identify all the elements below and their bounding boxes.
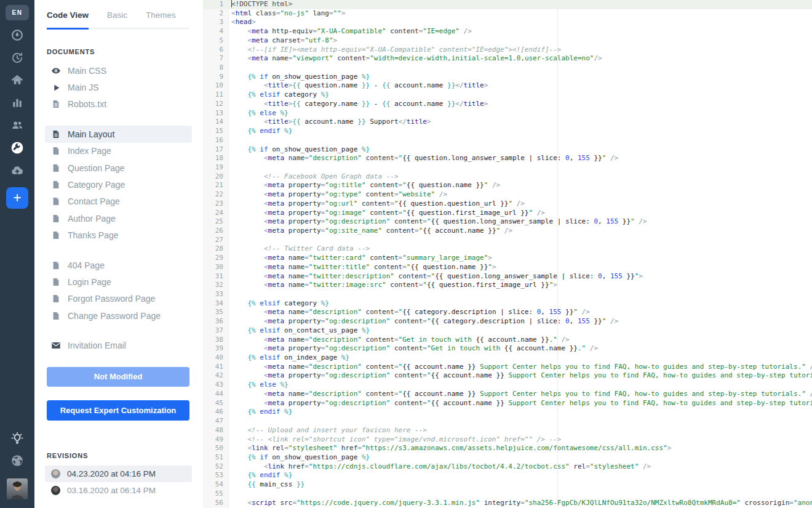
- file-icon: [51, 214, 61, 224]
- code-line-13[interactable]: 13 {% else %}: [203, 109, 812, 118]
- code-line-7[interactable]: 7 <meta name="viewport" content="width=d…: [203, 54, 812, 63]
- code-line-6[interactable]: 6 <!--[if IE]><meta http-equiv="X-UA-Com…: [203, 46, 812, 55]
- code-line-27[interactable]: 27: [203, 236, 812, 245]
- document-main-css[interactable]: Main CSS: [45, 62, 192, 79]
- code-line-10[interactable]: 10 <title>{{ question.name }} - {{ accou…: [203, 81, 812, 91]
- code-line-54[interactable]: 54 {{ main_css }}: [203, 480, 812, 490]
- code-line-51[interactable]: 51 {% if on_show_question_page %}: [203, 453, 812, 462]
- user-avatar[interactable]: [7, 478, 28, 499]
- document-change-password-page[interactable]: Change Password Page: [45, 307, 192, 324]
- code-line-30[interactable]: 30 <meta name="twitter:title" content="{…: [203, 263, 812, 272]
- request-expert-customization-button[interactable]: Request Expert Customization: [47, 400, 189, 421]
- code-line-37[interactable]: 37 {% elsif on_contact_us_page %}: [203, 326, 812, 336]
- add-button[interactable]: +: [6, 187, 28, 209]
- code-line-36[interactable]: 36 <meta property="og:description" conte…: [203, 317, 812, 326]
- code-line-21[interactable]: 21 <meta property="og:title" content="{{…: [203, 181, 812, 190]
- code-line-34[interactable]: 34 {% elsif category %}: [203, 299, 812, 308]
- file-icon: [51, 180, 61, 190]
- document-main-js[interactable]: Main JS: [45, 79, 192, 95]
- code-line-52[interactable]: 52 <link href="https://cdnjs.cloudflare.…: [203, 462, 812, 472]
- history-icon[interactable]: [10, 50, 25, 65]
- code-line-25[interactable]: 25 <meta property="og:description" conte…: [203, 217, 812, 227]
- code-line-14[interactable]: 14 <title>{{ account.name }} Support</ti…: [203, 118, 812, 127]
- code-line-18[interactable]: 18 <meta name="description" content="{{ …: [203, 154, 812, 163]
- document-index-page[interactable]: Index Page: [45, 143, 192, 159]
- code-line-42[interactable]: 42 <meta property="og:description" conte…: [203, 371, 812, 381]
- locale-badge[interactable]: EN: [6, 5, 29, 20]
- code-line-29[interactable]: 29 <meta name="twitter:card" content="su…: [203, 254, 812, 263]
- document-404-page[interactable]: 404 Page: [45, 257, 192, 273]
- cloud-upload-icon[interactable]: [10, 163, 25, 178]
- code-line-17[interactable]: 17 {% if on_show_question_page %}: [203, 145, 812, 155]
- code-line-33[interactable]: 33: [203, 290, 812, 299]
- code-line-44[interactable]: 44 <meta name="description" content="{{ …: [203, 390, 812, 399]
- line-content: <meta property="og:title" content="{{ qu…: [229, 181, 500, 190]
- revision-item[interactable]: 03.16.2020 at 06:14 PM: [45, 482, 192, 499]
- customize-icon[interactable]: [10, 140, 25, 155]
- document-forgot-password-page[interactable]: Forgot Password Page: [45, 291, 192, 307]
- document-question-page[interactable]: Question Page: [45, 159, 192, 176]
- code-line-50[interactable]: 50 <link rel="stylesheet" href="https://…: [203, 444, 812, 453]
- code-line-9[interactable]: 9 {% if on_show_question_page %}: [203, 73, 812, 82]
- code-line-49[interactable]: 49 <!-- <link rel="shortcut icon" type="…: [203, 435, 812, 445]
- code-line-39[interactable]: 39 <meta property="og:description" conte…: [203, 344, 812, 353]
- document-robots-txt[interactable]: Robots.txt: [45, 96, 192, 113]
- document-contact-page[interactable]: Contact Page: [45, 193, 192, 210]
- code-line-40[interactable]: 40 {% elsif on_index_page %}: [203, 353, 812, 363]
- lightbulb-icon[interactable]: [10, 431, 25, 446]
- code-line-47[interactable]: 47: [203, 417, 812, 426]
- globe-icon[interactable]: [10, 453, 25, 468]
- document-thanks-page[interactable]: Thanks Page: [45, 227, 192, 244]
- code-line-22[interactable]: 22 <meta property="og:type" content="web…: [203, 190, 812, 200]
- line-content: <meta property="og:url" content="{{ ques…: [229, 200, 525, 209]
- code-line-43[interactable]: 43 {% else %}: [203, 381, 812, 390]
- code-line-41[interactable]: 41 <meta name="description" content="{{ …: [203, 363, 812, 372]
- code-line-32[interactable]: 32 <meta name="twitter:image:src" conten…: [203, 281, 812, 290]
- code-line-53[interactable]: 53 {% endif %}: [203, 471, 812, 480]
- code-line-2[interactable]: 2<html class="no-js" lang="">: [203, 9, 812, 18]
- droplet-disc-icon[interactable]: [10, 28, 25, 42]
- revision-date: 03.16.2020 at 06:14 PM: [67, 486, 156, 495]
- code-line-1[interactable]: 1<!DOCTYPE html>: [203, 0, 812, 9]
- line-number: 13: [203, 109, 229, 118]
- code-line-26[interactable]: 26 <meta property="og:site_name" content…: [203, 227, 812, 236]
- code-line-19[interactable]: 19: [203, 163, 812, 172]
- code-line-20[interactable]: 20 <!-- Facebook Open Graph data -->: [203, 172, 812, 182]
- tab-basic[interactable]: Basic: [107, 10, 127, 28]
- line-number: 28: [203, 244, 229, 254]
- code-line-16[interactable]: 16: [203, 136, 812, 145]
- code-line-23[interactable]: 23 <meta property="og:url" content="{{ q…: [203, 200, 812, 209]
- code-line-8[interactable]: 8: [203, 63, 812, 73]
- document-author-page[interactable]: Author Page: [45, 210, 192, 227]
- document-main-layout[interactable]: Main Layout: [45, 126, 192, 142]
- document-login-page[interactable]: Login Page: [45, 273, 192, 290]
- code-line-38[interactable]: 38 <meta name="description" content="Get…: [203, 336, 812, 345]
- analytics-icon[interactable]: [10, 95, 25, 110]
- code-line-35[interactable]: 35 <meta name="description" content="{{ …: [203, 308, 812, 317]
- tab-code-view[interactable]: Code View: [47, 10, 89, 30]
- revision-item[interactable]: 04.23.2020 at 04:16 PM: [45, 466, 192, 482]
- code-line-55[interactable]: 55: [203, 490, 812, 499]
- code-line-31[interactable]: 31 <meta name="twitter:description" cont…: [203, 272, 812, 281]
- code-line-28[interactable]: 28 <!-- Twitter Card data -->: [203, 244, 812, 254]
- line-content: <meta property="og:description" content=…: [229, 344, 598, 353]
- tab-themes[interactable]: Themes: [146, 10, 176, 28]
- not-modified-button[interactable]: Not Modified: [47, 367, 189, 387]
- code-line-56[interactable]: 56 <script src="https://code.jquery.com/…: [203, 499, 812, 508]
- code-line-48[interactable]: 48 <!-- Upload and insert your favicon h…: [203, 426, 812, 435]
- code-line-4[interactable]: 4 <meta http-equiv="X-UA-Compatible" con…: [203, 27, 812, 36]
- code-line-11[interactable]: 11 {% elsif category %}: [203, 91, 812, 100]
- document-category-page[interactable]: Category Page: [45, 176, 192, 193]
- code-line-24[interactable]: 24 <meta property="og:image" content="{{…: [203, 209, 812, 218]
- document-invitation-email[interactable]: Invitation Email: [45, 337, 192, 353]
- home-icon[interactable]: [10, 73, 25, 87]
- code-line-46[interactable]: 46 {% endif %}: [203, 408, 812, 417]
- code-line-3[interactable]: 3<head>: [203, 18, 812, 27]
- users-icon[interactable]: [10, 118, 25, 132]
- line-number: 14: [203, 118, 229, 127]
- code-line-45[interactable]: 45 <meta property="og:description" conte…: [203, 399, 812, 408]
- code-line-12[interactable]: 12 <title>{{ category.name }} - {{ accou…: [203, 100, 812, 109]
- code-line-15[interactable]: 15 {% endif %}: [203, 127, 812, 136]
- code-line-5[interactable]: 5 <meta charset="utf-8">: [203, 36, 812, 46]
- line-content: {% elsif on_contact_us_page %}: [229, 326, 370, 336]
